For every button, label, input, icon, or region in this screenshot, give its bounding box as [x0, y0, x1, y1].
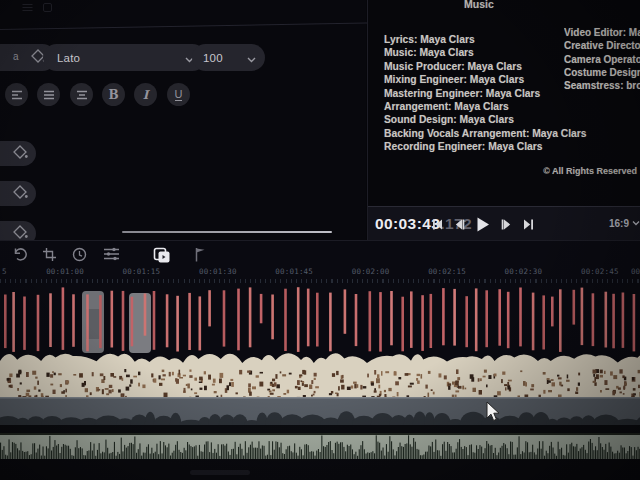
text-properties-panel: a Lato 100 B I U: [0, 0, 366, 240]
font-size-value: 100: [203, 52, 223, 64]
credit-line: Music: Maya Clars: [384, 46, 587, 59]
timeline-ruler[interactable]: 5 00:01:0000:01:1500:01:3000:01:4500:02:…: [0, 265, 640, 283]
clock-icon: [72, 247, 87, 262]
ruler-label: 00:02:30: [505, 267, 543, 276]
timeline-tracks[interactable]: [0, 283, 640, 480]
underline-button[interactable]: U: [167, 83, 190, 106]
ruler-label: 00:02:00: [352, 267, 390, 276]
credits-left-column: Lyrics: Maya ClarsMusic: Maya ClarsMusic…: [384, 33, 587, 154]
chevron-down-icon: [632, 221, 640, 226]
credit-line: Creative Directors: M: [564, 39, 640, 52]
ruler-label: 00:01:45: [275, 267, 313, 276]
align-justify-button[interactable]: [37, 83, 60, 106]
text-fill-tool[interactable]: [0, 141, 36, 166]
credit-line: Sound Design: Maya Clars: [384, 113, 587, 126]
credit-line: Mixing Engineer: Maya Clars: [384, 73, 587, 86]
play-button[interactable]: [476, 217, 490, 232]
flag-icon: [194, 247, 206, 262]
credit-line: Seamstress: bronny: [564, 79, 640, 92]
text-color-icon: a: [12, 49, 24, 67]
grid-icon[interactable]: [43, 3, 52, 12]
credit-line: Video Editor: Maya C: [564, 26, 640, 39]
credit-line: Backing Vocals Arrangement: Maya Clars: [384, 127, 587, 140]
ruler-label: 00:01:30: [199, 267, 237, 276]
crop-button[interactable]: [42, 247, 57, 266]
undo-button[interactable]: [12, 247, 29, 266]
opacity-slider[interactable]: [122, 231, 332, 233]
step-forward-icon: [501, 219, 512, 230]
step-forward-button[interactable]: [501, 219, 512, 230]
font-size-dropdown[interactable]: 100: [192, 44, 265, 71]
flag-button[interactable]: [194, 247, 206, 266]
align-center-button[interactable]: [70, 83, 93, 106]
ruler-label: 00:02:15: [428, 267, 466, 276]
play-icon: [476, 217, 490, 232]
ruler-label: 00:01:00: [46, 267, 84, 276]
credit-line: Recording Engineer: Maya Clars: [384, 140, 587, 153]
adjust-sliders-icon: [103, 247, 120, 261]
clock-button[interactable]: [72, 247, 87, 266]
panel-divider: [0, 22, 380, 30]
ruler-label: 00:02:45: [581, 267, 619, 276]
fill-bucket-icon: [13, 185, 28, 203]
svg-text:a: a: [13, 51, 19, 62]
align-center-icon: [76, 90, 88, 100]
step-back-icon: [454, 219, 465, 230]
skip-start-icon: [432, 219, 443, 230]
step-back-button[interactable]: [454, 219, 465, 230]
credit-line: Costume Designer: B: [564, 66, 640, 79]
menu-icon[interactable]: [22, 3, 33, 12]
italic-button[interactable]: I: [134, 83, 157, 106]
timeline-panel: 5 00:01:0000:01:1500:01:3000:01:4500:02:…: [0, 240, 640, 480]
credits-section-title: Music: [464, 0, 494, 10]
crop-icon: [42, 247, 57, 262]
preview-region: Music Lyrics: Maya ClarsMusic: Maya Clar…: [367, 0, 640, 240]
font-family-dropdown[interactable]: Lato: [43, 44, 206, 71]
credit-line: Music Producer: Maya Clars: [384, 60, 587, 73]
stroke-fill-tool[interactable]: [0, 181, 36, 206]
chevron-down-icon: [247, 49, 256, 67]
copyright-text: © All Rights Reserved: [543, 166, 637, 176]
align-left-button[interactable]: [5, 83, 28, 106]
preview-canvas[interactable]: Music Lyrics: Maya ClarsMusic: Maya Clar…: [368, 0, 640, 206]
skip-start-button[interactable]: [432, 219, 443, 230]
skip-end-icon: [523, 219, 534, 230]
timecode-main: 00:03:43: [375, 215, 440, 232]
skip-end-button[interactable]: [523, 219, 534, 230]
mouse-cursor: [486, 401, 500, 422]
ruler-label: 00:01:15: [123, 267, 161, 276]
aspect-ratio-value: 16:9: [609, 218, 629, 229]
ruler-label-partial: 00:: [631, 267, 640, 276]
adjust-button[interactable]: [103, 247, 120, 265]
aspect-ratio-dropdown[interactable]: 16:9: [609, 218, 640, 229]
credit-line: Mastering Engineer: Maya Clars: [384, 87, 587, 100]
credit-line: Lyrics: Maya Clars: [384, 33, 587, 46]
overlay-frames-icon: [152, 247, 171, 264]
undo-icon: [12, 247, 29, 262]
playback-bar: 00:03:43.172 16:9: [368, 206, 640, 240]
ruler-label-partial: 5: [2, 267, 7, 276]
align-justify-icon: [43, 90, 55, 100]
fill-bucket-icon: [13, 145, 28, 163]
credits-right-column: Video Editor: Maya CCreative Directors: …: [564, 26, 640, 92]
align-left-icon: [11, 90, 23, 100]
credit-line: Camera Operators: B: [564, 53, 640, 66]
font-family-value: Lato: [57, 52, 80, 64]
credit-line: Arrangement: Maya Clars: [384, 100, 587, 113]
bold-button[interactable]: B: [102, 83, 125, 106]
